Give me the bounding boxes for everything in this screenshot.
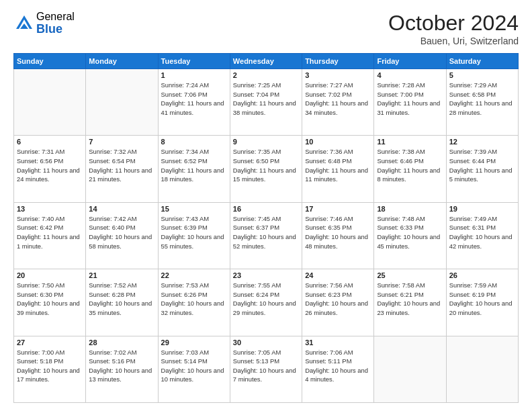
calendar-cell <box>374 336 446 402</box>
logo-text: General Blue <box>36 11 75 36</box>
calendar-cell: 31Sunrise: 7:06 AM Sunset: 5:11 PM Dayli… <box>302 336 374 402</box>
weekday-header: Thursday <box>302 54 374 69</box>
calendar-cell: 30Sunrise: 7:05 AM Sunset: 5:13 PM Dayli… <box>230 336 302 402</box>
day-number: 10 <box>305 138 371 146</box>
day-number: 25 <box>377 271 443 279</box>
day-info: Sunrise: 7:02 AM Sunset: 5:16 PM Dayligh… <box>89 348 154 385</box>
calendar-cell: 14Sunrise: 7:42 AM Sunset: 6:40 PM Dayli… <box>86 202 158 269</box>
calendar-cell: 6Sunrise: 7:31 AM Sunset: 6:56 PM Daylig… <box>14 136 86 202</box>
calendar-cell: 22Sunrise: 7:53 AM Sunset: 6:26 PM Dayli… <box>158 269 230 336</box>
day-number: 14 <box>89 205 154 213</box>
day-info: Sunrise: 7:45 AM Sunset: 6:37 PM Dayligh… <box>233 214 299 251</box>
day-info: Sunrise: 7:58 AM Sunset: 6:21 PM Dayligh… <box>377 281 443 318</box>
weekday-header-row: SundayMondayTuesdayWednesdayThursdayFrid… <box>14 54 519 69</box>
day-number: 27 <box>17 338 83 347</box>
logo-icon <box>15 14 34 33</box>
week-row: 6Sunrise: 7:31 AM Sunset: 6:56 PM Daylig… <box>14 136 519 202</box>
day-number: 16 <box>233 205 299 213</box>
day-number: 9 <box>233 138 299 146</box>
calendar-cell: 10Sunrise: 7:36 AM Sunset: 6:48 PM Dayli… <box>302 136 374 202</box>
day-info: Sunrise: 7:49 AM Sunset: 6:31 PM Dayligh… <box>449 214 515 251</box>
calendar-cell: 15Sunrise: 7:43 AM Sunset: 6:39 PM Dayli… <box>158 202 230 269</box>
day-number: 20 <box>17 271 83 279</box>
calendar-cell: 27Sunrise: 7:00 AM Sunset: 5:18 PM Dayli… <box>14 336 86 402</box>
day-info: Sunrise: 7:56 AM Sunset: 6:23 PM Dayligh… <box>305 281 371 318</box>
day-info: Sunrise: 7:03 AM Sunset: 5:14 PM Dayligh… <box>161 348 227 385</box>
day-info: Sunrise: 7:05 AM Sunset: 5:13 PM Dayligh… <box>233 348 299 385</box>
calendar-cell <box>14 69 86 136</box>
day-info: Sunrise: 7:55 AM Sunset: 6:24 PM Dayligh… <box>233 281 299 318</box>
calendar-cell: 18Sunrise: 7:48 AM Sunset: 6:33 PM Dayli… <box>374 202 446 269</box>
day-info: Sunrise: 7:32 AM Sunset: 6:54 PM Dayligh… <box>89 147 154 184</box>
calendar-table: SundayMondayTuesdayWednesdayThursdayFrid… <box>13 53 519 403</box>
day-info: Sunrise: 7:31 AM Sunset: 6:56 PM Dayligh… <box>17 147 83 184</box>
week-row: 1Sunrise: 7:24 AM Sunset: 7:06 PM Daylig… <box>14 69 519 136</box>
logo-general: General <box>36 11 75 23</box>
day-number: 23 <box>233 271 299 279</box>
day-number: 3 <box>305 71 371 79</box>
day-info: Sunrise: 7:00 AM Sunset: 5:18 PM Dayligh… <box>17 348 83 385</box>
day-number: 11 <box>377 138 443 146</box>
calendar-cell: 21Sunrise: 7:52 AM Sunset: 6:28 PM Dayli… <box>86 269 158 336</box>
calendar-cell: 9Sunrise: 7:35 AM Sunset: 6:50 PM Daylig… <box>230 136 302 202</box>
day-info: Sunrise: 7:24 AM Sunset: 7:06 PM Dayligh… <box>161 81 227 118</box>
day-number: 28 <box>89 338 154 347</box>
day-number: 13 <box>17 205 83 213</box>
day-number: 1 <box>161 71 227 79</box>
weekday-header: Sunday <box>14 54 86 69</box>
header: General Blue October 2024 Bauen, Uri, Sw… <box>13 11 519 46</box>
day-number: 5 <box>449 71 515 79</box>
day-info: Sunrise: 7:36 AM Sunset: 6:48 PM Dayligh… <box>305 147 371 184</box>
day-number: 31 <box>305 338 371 347</box>
day-info: Sunrise: 7:29 AM Sunset: 6:58 PM Dayligh… <box>449 81 515 118</box>
calendar-cell: 13Sunrise: 7:40 AM Sunset: 6:42 PM Dayli… <box>14 202 86 269</box>
calendar-cell: 25Sunrise: 7:58 AM Sunset: 6:21 PM Dayli… <box>374 269 446 336</box>
title-block: October 2024 Bauen, Uri, Switzerland <box>388 11 519 46</box>
day-number: 18 <box>377 205 443 213</box>
calendar-cell: 19Sunrise: 7:49 AM Sunset: 6:31 PM Dayli… <box>446 202 518 269</box>
day-number: 26 <box>449 271 515 279</box>
day-info: Sunrise: 7:52 AM Sunset: 6:28 PM Dayligh… <box>89 281 154 318</box>
month-title: October 2024 <box>388 11 519 36</box>
calendar-cell: 12Sunrise: 7:39 AM Sunset: 6:44 PM Dayli… <box>446 136 518 202</box>
day-info: Sunrise: 7:06 AM Sunset: 5:11 PM Dayligh… <box>305 348 371 385</box>
weekday-header: Monday <box>86 54 158 69</box>
calendar-cell: 1Sunrise: 7:24 AM Sunset: 7:06 PM Daylig… <box>158 69 230 136</box>
weekday-header: Tuesday <box>158 54 230 69</box>
calendar-cell: 4Sunrise: 7:28 AM Sunset: 7:00 PM Daylig… <box>374 69 446 136</box>
calendar-cell: 3Sunrise: 7:27 AM Sunset: 7:02 PM Daylig… <box>302 69 374 136</box>
day-info: Sunrise: 7:35 AM Sunset: 6:50 PM Dayligh… <box>233 147 299 184</box>
calendar-cell: 8Sunrise: 7:34 AM Sunset: 6:52 PM Daylig… <box>158 136 230 202</box>
day-number: 17 <box>305 205 371 213</box>
calendar-cell: 2Sunrise: 7:25 AM Sunset: 7:04 PM Daylig… <box>230 69 302 136</box>
day-info: Sunrise: 7:40 AM Sunset: 6:42 PM Dayligh… <box>17 214 83 251</box>
calendar-cell: 5Sunrise: 7:29 AM Sunset: 6:58 PM Daylig… <box>446 69 518 136</box>
day-number: 2 <box>233 71 299 79</box>
day-info: Sunrise: 7:39 AM Sunset: 6:44 PM Dayligh… <box>449 147 515 184</box>
day-number: 15 <box>161 205 227 213</box>
day-info: Sunrise: 7:46 AM Sunset: 6:35 PM Dayligh… <box>305 214 371 251</box>
calendar-cell: 28Sunrise: 7:02 AM Sunset: 5:16 PM Dayli… <box>86 336 158 402</box>
day-info: Sunrise: 7:28 AM Sunset: 7:00 PM Dayligh… <box>377 81 443 118</box>
page: General Blue October 2024 Bauen, Uri, Sw… <box>0 0 532 411</box>
day-info: Sunrise: 7:59 AM Sunset: 6:19 PM Dayligh… <box>449 281 515 318</box>
day-info: Sunrise: 7:53 AM Sunset: 6:26 PM Dayligh… <box>161 281 227 318</box>
day-info: Sunrise: 7:50 AM Sunset: 6:30 PM Dayligh… <box>17 281 83 318</box>
day-number: 4 <box>377 71 443 79</box>
day-info: Sunrise: 7:48 AM Sunset: 6:33 PM Dayligh… <box>377 214 443 251</box>
location-subtitle: Bauen, Uri, Switzerland <box>388 36 519 46</box>
day-number: 7 <box>89 138 154 146</box>
day-info: Sunrise: 7:38 AM Sunset: 6:46 PM Dayligh… <box>377 147 443 184</box>
weekday-header: Saturday <box>446 54 518 69</box>
weekday-header: Friday <box>374 54 446 69</box>
day-info: Sunrise: 7:25 AM Sunset: 7:04 PM Dayligh… <box>233 81 299 118</box>
calendar-cell: 24Sunrise: 7:56 AM Sunset: 6:23 PM Dayli… <box>302 269 374 336</box>
day-number: 12 <box>449 138 515 146</box>
logo-blue: Blue <box>36 23 75 36</box>
calendar-cell: 29Sunrise: 7:03 AM Sunset: 5:14 PM Dayli… <box>158 336 230 402</box>
day-number: 29 <box>161 338 227 347</box>
calendar-cell: 17Sunrise: 7:46 AM Sunset: 6:35 PM Dayli… <box>302 202 374 269</box>
calendar-cell: 23Sunrise: 7:55 AM Sunset: 6:24 PM Dayli… <box>230 269 302 336</box>
day-number: 24 <box>305 271 371 279</box>
day-number: 8 <box>161 138 227 146</box>
